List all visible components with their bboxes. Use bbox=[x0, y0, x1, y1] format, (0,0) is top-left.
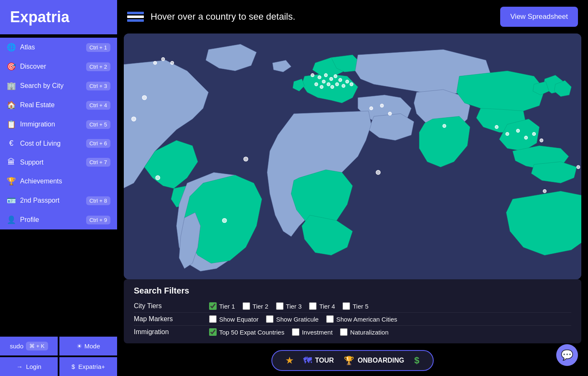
sidebar: Expatria 🌐AtlasCtrl + 1🎯DiscoverCtrl + 2… bbox=[0, 0, 117, 376]
sidebar-item-atlas[interactable]: 🌐AtlasCtrl + 1 bbox=[0, 38, 117, 57]
tour-button[interactable]: 🗺 TOUR bbox=[303, 356, 334, 366]
onboarding-icon: 🏆 bbox=[344, 355, 354, 366]
svg-point-14 bbox=[314, 82, 318, 86]
filter-option-tier2[interactable]: Tier 2 bbox=[243, 302, 268, 310]
filter-option-top50-expat[interactable]: Top 50 Expat Countries bbox=[209, 328, 284, 336]
login-icon: → bbox=[16, 363, 23, 370]
filter-option-show-graticule[interactable]: Show Graticule bbox=[266, 315, 319, 323]
svg-point-21 bbox=[370, 107, 373, 110]
expatria-plus-button[interactable]: $ Expatria+ bbox=[59, 357, 117, 376]
sidebar-shortcut-search-by-city: Ctrl + 3 bbox=[86, 82, 110, 90]
sidebar-shortcut-2nd-passport: Ctrl + 8 bbox=[86, 196, 110, 205]
sudo-mode-row: sudo ⌘ + K ☀ Mode bbox=[0, 337, 117, 355]
sidebar-item-cost-of-living[interactable]: €Cost of LivingCtrl + 6 bbox=[0, 134, 117, 153]
mode-label: Mode bbox=[84, 343, 100, 350]
topbar-left: Hover over a country to see details. bbox=[127, 11, 295, 22]
filter-option-investment[interactable]: Investment bbox=[292, 328, 332, 336]
svg-point-34 bbox=[543, 190, 547, 193]
sidebar-item-label-atlas: Atlas bbox=[20, 44, 35, 51]
filter-option-label-top50-expat: Top 50 Expat Countries bbox=[219, 329, 284, 336]
svg-point-31 bbox=[161, 57, 165, 61]
checkbox-investment[interactable] bbox=[292, 328, 299, 336]
svg-point-16 bbox=[331, 85, 334, 89]
filter-option-label-show-graticule: Show Graticule bbox=[276, 316, 319, 323]
svg-point-3 bbox=[142, 95, 146, 100]
filter-option-tier5[interactable]: Tier 5 bbox=[343, 302, 368, 310]
filter-option-label-tier3: Tier 3 bbox=[286, 303, 302, 310]
svg-point-20 bbox=[350, 82, 353, 86]
app-logo: Expatria bbox=[0, 0, 117, 34]
checkbox-tier3[interactable] bbox=[276, 302, 284, 310]
sidebar-item-label-profile: Profile bbox=[20, 216, 39, 224]
sidebar-item-left-real-estate: 🏠Real Estate bbox=[7, 100, 55, 110]
sidebar-shortcut-immigration: Ctrl + 5 bbox=[86, 120, 110, 129]
dollar-button[interactable]: $ bbox=[414, 355, 419, 366]
sidebar-item-search-by-city[interactable]: 🏢Search by CityCtrl + 3 bbox=[0, 76, 117, 95]
sidebar-item-immigration[interactable]: 📋ImmigrationCtrl + 5 bbox=[0, 115, 117, 134]
chat-button[interactable]: 💬 bbox=[556, 344, 578, 366]
sidebar-item-left-cost-of-living: €Cost of Living bbox=[7, 139, 61, 148]
sidebar-item-label-achievements: Achievements bbox=[20, 178, 62, 185]
filter-rows: City TiersTier 1Tier 2Tier 3Tier 4Tier 5… bbox=[134, 300, 571, 338]
filter-option-naturalization[interactable]: Naturalization bbox=[340, 328, 389, 336]
filter-row-city-tiers: City TiersTier 1Tier 2Tier 3Tier 4Tier 5 bbox=[134, 300, 571, 313]
filter-option-label-tier1: Tier 1 bbox=[219, 303, 235, 310]
sidebar-item-icon-profile: 👤 bbox=[7, 215, 16, 224]
svg-point-4 bbox=[376, 170, 380, 175]
checkbox-naturalization[interactable] bbox=[340, 328, 348, 336]
svg-point-23 bbox=[388, 112, 391, 116]
flag-stripe-white bbox=[127, 15, 144, 18]
filter-options-city-tiers: Tier 1Tier 2Tier 3Tier 4Tier 5 bbox=[209, 302, 368, 310]
login-button[interactable]: → Login bbox=[0, 357, 58, 376]
sidebar-item-icon-discover: 🎯 bbox=[7, 62, 16, 71]
checkbox-show-american-cities[interactable] bbox=[326, 315, 334, 323]
sidebar-item-profile[interactable]: 👤ProfileCtrl + 9 bbox=[0, 210, 117, 229]
filter-option-label-investment: Investment bbox=[302, 329, 332, 336]
sidebar-item-discover[interactable]: 🎯DiscoverCtrl + 2 bbox=[0, 57, 117, 76]
checkbox-tier5[interactable] bbox=[343, 302, 350, 310]
svg-point-15 bbox=[320, 85, 323, 89]
sidebar-item-left-profile: 👤Profile bbox=[7, 215, 39, 224]
mode-button[interactable]: ☀ Mode bbox=[59, 337, 117, 355]
checkbox-tier1[interactable] bbox=[209, 302, 217, 310]
filter-option-tier3[interactable]: Tier 3 bbox=[276, 302, 302, 310]
onboarding-button[interactable]: 🏆 ONBOARDING bbox=[344, 355, 404, 366]
filter-options-immigration: Top 50 Expat CountriesInvestmentNaturali… bbox=[209, 328, 389, 336]
svg-point-8 bbox=[324, 74, 327, 77]
sidebar-item-achievements[interactable]: 🏆Achievements bbox=[0, 172, 117, 191]
svg-point-36 bbox=[244, 157, 248, 161]
filter-option-tier1[interactable]: Tier 1 bbox=[209, 302, 235, 310]
svg-point-17 bbox=[335, 82, 339, 86]
sidebar-item-left-achievements: 🏆Achievements bbox=[7, 177, 62, 186]
sidebar-item-2nd-passport[interactable]: 🪪2nd PassportCtrl + 8 bbox=[0, 191, 117, 210]
star-button[interactable]: ★ bbox=[286, 355, 293, 366]
filter-option-show-equator[interactable]: Show Equator bbox=[209, 315, 258, 323]
filter-option-show-american-cities[interactable]: Show American Cities bbox=[326, 315, 397, 323]
checkbox-tier2[interactable] bbox=[243, 302, 250, 310]
svg-point-30 bbox=[153, 61, 157, 64]
mode-icon: ☀ bbox=[77, 343, 82, 350]
svg-point-12 bbox=[322, 80, 325, 83]
checkbox-top50-expat[interactable] bbox=[209, 328, 217, 336]
filter-option-tier4[interactable]: Tier 4 bbox=[309, 302, 335, 310]
sidebar-item-real-estate[interactable]: 🏠Real EstateCtrl + 4 bbox=[0, 95, 117, 115]
sidebar-item-support[interactable]: 🏛SupportCtrl + 7 bbox=[0, 153, 117, 172]
svg-point-33 bbox=[443, 124, 446, 128]
world-map[interactable] bbox=[124, 33, 581, 279]
sidebar-item-icon-achievements: 🏆 bbox=[7, 177, 16, 186]
filter-row-label: Map Markers bbox=[134, 315, 209, 323]
filter-option-label-show-equator: Show Equator bbox=[219, 316, 258, 323]
sudo-button[interactable]: sudo ⌘ + K bbox=[0, 337, 58, 355]
sidebar-item-icon-support: 🏛 bbox=[7, 158, 16, 167]
onboarding-label: ONBOARDING bbox=[358, 357, 404, 364]
svg-point-35 bbox=[577, 165, 580, 169]
filter-row-label: Immigration bbox=[134, 328, 209, 336]
checkbox-tier4[interactable] bbox=[309, 302, 317, 310]
topbar-hint: Hover over a country to see details. bbox=[151, 11, 295, 22]
sidebar-nav: 🌐AtlasCtrl + 1🎯DiscoverCtrl + 2🏢Search b… bbox=[0, 38, 117, 229]
sidebar-item-icon-2nd-passport: 🪪 bbox=[7, 196, 16, 205]
checkbox-show-graticule[interactable] bbox=[266, 315, 274, 323]
checkbox-show-equator[interactable] bbox=[209, 315, 217, 323]
svg-point-6 bbox=[311, 74, 314, 77]
view-spreadsheet-button[interactable]: View Spreadsheet bbox=[500, 7, 578, 27]
